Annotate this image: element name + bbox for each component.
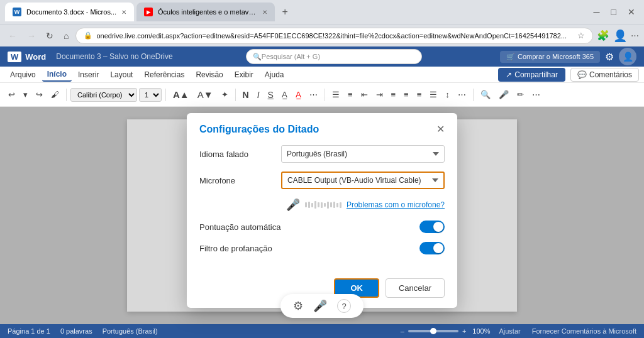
line-spacing[interactable]: ↕ [442, 88, 453, 101]
close-button[interactable]: ✕ [624, 6, 639, 18]
redo-button[interactable]: ↪ [33, 88, 46, 101]
word-search-bar[interactable]: 🔍 Pesquisar (Alt + G) [246, 49, 422, 64]
browser-tab-bar: W Documento 3.docx - Micros... ✕ ▶ Óculo… [0, 0, 644, 24]
extensions-icon[interactable]: 🧩 [597, 30, 609, 41]
word-favicon: W [13, 8, 21, 16]
align-center[interactable]: ≡ [401, 88, 412, 101]
tab-yt-close[interactable]: ✕ [262, 9, 267, 16]
address-bar-row: ← → ↻ ⌂ 🔒 onedrive.live.com/edit.aspx?ac… [0, 24, 644, 46]
bookmark-icon[interactable]: ☆ [577, 31, 585, 40]
align-right[interactable]: ≡ [414, 88, 425, 101]
mic-button[interactable]: 🎤 [496, 88, 512, 101]
fit-button[interactable]: Ajustar [499, 327, 520, 335]
home-button[interactable]: ⌂ [60, 30, 72, 42]
pontuacao-toggle[interactable] [419, 221, 445, 233]
ribbon-menu: Arquivo Início Inserir Layout Referência… [0, 67, 644, 83]
undo-dropdown[interactable]: ▾ [20, 88, 31, 101]
dialog-body: Idioma falado Português (Brasil) Microfo… [187, 140, 457, 273]
bold-button-b[interactable]: N [240, 88, 252, 102]
underline-button[interactable]: S [265, 88, 277, 102]
more-options[interactable]: ⋯ [529, 88, 543, 101]
find-button[interactable]: 🔍 [477, 88, 494, 101]
numbered-list-button[interactable]: ≡ [345, 88, 356, 101]
menu-ajuda[interactable]: Ajuda [260, 68, 289, 81]
microfone-row: Microfone CABLE Output (VB-Audio Virtual… [199, 172, 445, 189]
url-display: onedrive.live.com/edit.aspx?action=editn… [96, 32, 574, 40]
menu-layout[interactable]: Layout [105, 68, 138, 81]
font-color-button[interactable]: A̲ [292, 88, 304, 101]
feedback-button[interactable]: Fornecer Comentários à Microsoft [532, 327, 636, 335]
microfone-select[interactable]: CABLE Output (VB-Audio Virtual Cable) [281, 172, 445, 189]
back-button[interactable]: ← [5, 30, 20, 42]
menu-exibir[interactable]: Exibir [230, 68, 258, 81]
minimize-button[interactable]: ─ [590, 6, 604, 18]
word-count: 0 palavras [60, 327, 92, 335]
zoom-controls: – + 100% Ajustar Fornecer Comentários à … [401, 327, 636, 335]
italic-button[interactable]: I [254, 88, 263, 102]
format-clear[interactable]: ✦ [218, 88, 231, 101]
maximize-button[interactable]: □ [608, 6, 620, 18]
tab-word-close[interactable]: ✕ [121, 9, 126, 16]
font-grow-button[interactable]: A▼ [194, 87, 216, 102]
justify[interactable]: ☰ [426, 88, 440, 101]
language-indicator[interactable]: Português (Brasil) [103, 327, 158, 335]
dictate-settings-icon[interactable]: ⚙ [293, 299, 303, 313]
cancel-button[interactable]: Cancelar [386, 278, 445, 298]
font-size-selector[interactable]: 11 [139, 88, 162, 102]
undo-button[interactable]: ↩ [5, 88, 18, 101]
font-family-selector[interactable]: Calibri (Corpo) [70, 88, 137, 102]
copilot-button[interactable]: 🛒 Comprar o Microsoft 365 [500, 51, 600, 63]
word-title-bar: W Word Documento 3 – Salvo no OneDrive 🔍… [0, 46, 644, 67]
dictate-mic-icon[interactable]: 🎤 [313, 299, 327, 313]
address-bar[interactable]: 🔒 onedrive.live.com/edit.aspx?action=edi… [75, 28, 593, 44]
dialog-close-button[interactable]: ✕ [436, 123, 445, 135]
status-bar: Página 1 de 1 0 palavras Português (Bras… [0, 324, 644, 338]
idioma-select[interactable]: Português (Brasil) [281, 145, 445, 163]
settings-browser-icon[interactable]: ⋯ [631, 31, 639, 40]
more-para-options[interactable]: ⋯ [455, 88, 469, 101]
menu-arquivo[interactable]: Arquivo [5, 68, 41, 81]
profanacao-toggle[interactable] [419, 242, 445, 254]
list-button[interactable]: ☰ [329, 88, 343, 101]
profanacao-row: Filtro de profanação [199, 242, 445, 254]
align-left[interactable]: ≡ [388, 88, 399, 101]
profile-icon[interactable]: 👤 [613, 29, 627, 43]
menu-inicio[interactable]: Início [42, 68, 72, 82]
separator-5 [473, 89, 474, 101]
gear-icon[interactable]: ⚙ [605, 51, 614, 63]
mic-level-row: 🎤 [199, 198, 445, 212]
pontuacao-toggle-knob [433, 222, 443, 232]
indent-increase[interactable]: ⇥ [373, 88, 386, 101]
dialog-title: Configurações do Ditado [199, 124, 319, 135]
tab-word-title: Documento 3.docx - Micros... [26, 8, 116, 16]
format-painter[interactable]: 🖌 [48, 88, 62, 101]
more-font-options[interactable]: ⋯ [306, 88, 321, 101]
comments-button[interactable]: 💬 Comentários [570, 68, 639, 82]
separator-4 [325, 89, 325, 101]
share-button[interactable]: ↗ Compartilhar [498, 68, 565, 82]
idioma-label: Idioma falado [199, 150, 281, 159]
new-tab-button[interactable]: + [277, 4, 292, 19]
word-app-name: Word [25, 52, 46, 62]
dictate-help-icon[interactable]: ? [337, 299, 351, 313]
menu-revisao[interactable]: Revisão [191, 68, 228, 81]
word-logo: W Word [8, 52, 46, 62]
highlight-button[interactable]: A̲ [279, 88, 291, 101]
tab-word[interactable]: W Documento 3.docx - Micros... ✕ [5, 3, 134, 21]
avatar[interactable]: 👤 [619, 48, 636, 65]
idioma-row: Idioma falado Português (Brasil) [199, 145, 445, 163]
menu-inserir[interactable]: Inserir [73, 68, 104, 81]
editor-button[interactable]: ✏ [514, 88, 527, 101]
menu-referencias[interactable]: Referências [139, 68, 189, 81]
mic-level-bars [305, 201, 341, 209]
zoom-slider[interactable] [408, 330, 458, 332]
zoom-plus[interactable]: + [462, 327, 466, 335]
forward-button[interactable]: → [24, 30, 39, 42]
indent-decrease[interactable]: ⇤ [358, 88, 371, 101]
tab-youtube[interactable]: ▶ Óculos inteligentes e o metaver... ✕ [136, 3, 275, 21]
zoom-minus[interactable]: – [401, 327, 404, 335]
bold-button[interactable]: A▲ [170, 87, 192, 102]
reload-button[interactable]: ↻ [43, 30, 57, 42]
dictation-settings-dialog: Configurações do Ditado ✕ Idioma falado … [187, 113, 457, 308]
mic-problem-link[interactable]: Problemas com o microfone? [347, 200, 445, 209]
